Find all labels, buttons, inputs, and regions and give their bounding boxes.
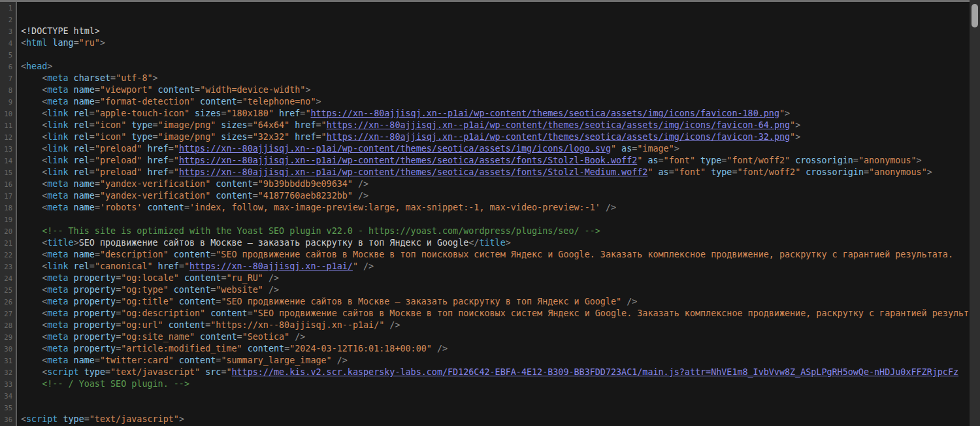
code-token: = [95, 97, 100, 106]
code-token: src [200, 367, 221, 377]
code-token: sizes [216, 132, 247, 142]
code-token: "180x180" [226, 108, 274, 118]
code-token: content [174, 355, 216, 365]
code-token: meta [47, 97, 68, 106]
code-token: > [674, 144, 679, 154]
source-link[interactable]: https://xn--80ajjisqj.xn--p1ai/wp-conten… [179, 144, 611, 154]
code-token [21, 226, 42, 236]
code-token: = [74, 38, 79, 48]
code-token: rel [69, 144, 90, 154]
code-token: as [653, 167, 668, 177]
code-token: content [179, 273, 221, 283]
code-token: "og:url" [121, 320, 163, 330]
code-token: html [26, 38, 47, 48]
code-token: "og:description" [121, 308, 205, 318]
line-number: 2 [0, 14, 12, 25]
code-token: property [69, 320, 116, 330]
line-number: 6 [0, 61, 12, 73]
code-token: meta [47, 332, 68, 342]
code-token [21, 379, 42, 389]
code-token: = [95, 203, 100, 212]
code-line: <title>SEO продвижение сайтов в Москве —… [21, 237, 970, 249]
code-token: = [659, 156, 664, 165]
code-token: = [116, 332, 121, 342]
code-token: "twitter:card" [100, 355, 174, 365]
code-token: "description" [100, 250, 169, 259]
code-token: href [289, 132, 316, 142]
code-token [21, 250, 42, 259]
scrollbar-thumb[interactable] [972, 4, 978, 27]
source-link[interactable]: https://xn--80ajjisqj.xn--p1ai/wp-conten… [179, 167, 648, 177]
code-token: "text/javascript" [110, 367, 200, 377]
code-token: = [95, 191, 100, 201]
code-token: "font" [674, 167, 706, 177]
code-token: name [69, 179, 95, 189]
code-token: content [174, 297, 216, 306]
line-number: 16 [0, 178, 12, 190]
line-number: 26 [0, 296, 12, 308]
code-token: "9b39bbddb9e09634" [258, 179, 353, 189]
code-line [21, 49, 970, 61]
code-token: rel [69, 120, 90, 130]
source-link[interactable]: https://me.kis.v2.scr.kaspersky-labs.com… [232, 367, 959, 377]
code-token: "ru_RU" [226, 273, 263, 283]
code-token: <!-- / Yoast SEO plugin. --> [42, 379, 189, 389]
line-number: 14 [0, 155, 12, 167]
line-number: 5 [0, 49, 12, 61]
code-token: type [126, 132, 152, 142]
line-number: 23 [0, 261, 12, 272]
code-token [21, 132, 42, 142]
code-token: sizes [189, 108, 221, 118]
code-line: <meta property="og:title" content="SEO п… [21, 296, 970, 308]
code-token [21, 273, 42, 283]
code-token: "SEO продвижение сайтов в Москве — заказ… [221, 297, 621, 306]
vertical-scrollbar[interactable] [970, 0, 980, 426]
line-number: 10 [0, 108, 12, 120]
code-token: = [864, 167, 869, 177]
code-line [21, 214, 970, 225]
line-number: 8 [0, 84, 12, 96]
code-line [21, 2, 970, 14]
code-token: meta [47, 297, 68, 306]
line-number: 3 [0, 25, 12, 37]
code-token: = [179, 261, 184, 271]
code-token: = [248, 132, 253, 142]
code-token: property [69, 273, 116, 283]
code-token: > [785, 108, 790, 118]
source-link[interactable]: https://xn--80ajjisqj.xn--p1ai/wp-conten… [327, 132, 790, 142]
code-line: <meta property="article:modified_time" c… [21, 343, 970, 355]
source-link[interactable]: https://xn--80ajjisqj.xn--p1ai/wp-conten… [327, 120, 790, 130]
code-token: " [174, 156, 179, 165]
code-token: > [305, 85, 310, 95]
code-token: "telephone=no" [242, 97, 316, 106]
code-token: = [116, 285, 121, 295]
code-token [21, 156, 42, 165]
code-token: sizes [216, 120, 247, 130]
code-token: type [126, 120, 152, 130]
code-token: = [669, 167, 674, 177]
line-number: 28 [0, 320, 12, 331]
code-token: = [153, 132, 158, 142]
code-token: content [195, 332, 237, 342]
source-link[interactable]: https://xn--80ajjisqj.xn--p1ai/wp-conten… [179, 156, 637, 165]
source-link[interactable]: https://xn--80ajjisqj.xn--p1ai/ [189, 261, 353, 271]
line-number: 15 [0, 167, 12, 178]
code-token: "anonymous" [869, 167, 927, 177]
code-token: "image/png" [158, 120, 216, 130]
code-token: = [95, 179, 100, 189]
code-token: = [95, 85, 100, 95]
line-number: 36 [0, 414, 12, 425]
code-line [21, 402, 970, 414]
code-token: = [116, 308, 121, 318]
code-token: "4187760aeb8232bb" [258, 191, 353, 201]
code-token [21, 203, 42, 212]
code-token: link [47, 132, 68, 142]
code-token: > [917, 156, 922, 165]
source-link[interactable]: https://xn--80ajjisqj.xn--p1ai/wp-conten… [310, 108, 779, 118]
code-token: "32x32" [253, 132, 289, 142]
code-token: "og:site_name" [121, 332, 195, 342]
code-token: /> [263, 285, 279, 295]
code-token: = [105, 367, 110, 377]
code-token [21, 191, 42, 201]
line-number: 33 [0, 378, 12, 390]
